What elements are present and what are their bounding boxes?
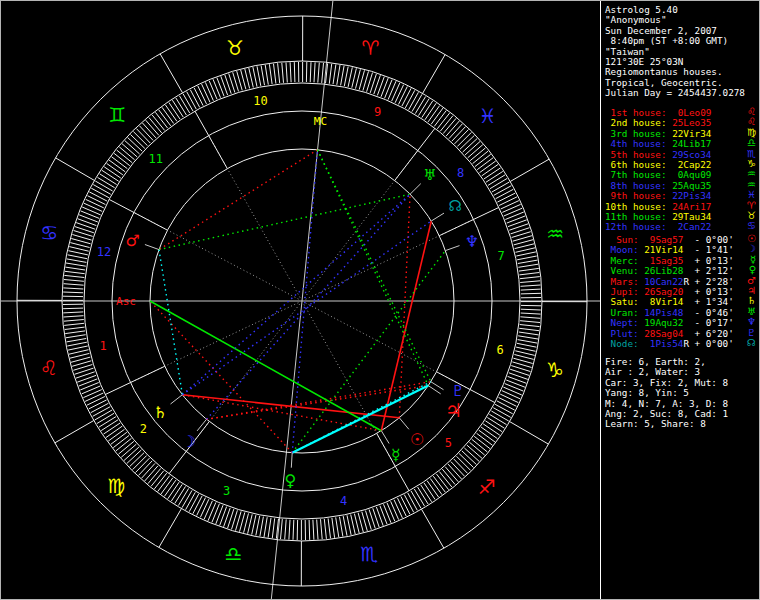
degree-tick	[344, 67, 348, 87]
degree-tick	[217, 78, 224, 97]
degree-tick	[66, 335, 86, 338]
mc-label: MC	[314, 115, 327, 128]
degree-tick	[67, 342, 87, 346]
header-text: "Taiwan"	[605, 46, 650, 57]
degree-tick	[194, 88, 203, 106]
house-cusp-value: 24Ari17	[667, 201, 712, 212]
house-label: 5th house:	[605, 149, 667, 160]
degree-tick	[97, 413, 114, 423]
degree-tick	[171, 484, 182, 501]
info-panel: Astrolog 5.40"Anonymous"Sun December 2, …	[601, 1, 760, 600]
degree-tick	[281, 519, 283, 539]
planet-glyph-mercury: ☿	[391, 446, 400, 464]
degree-tick	[253, 67, 257, 87]
degree-tick	[521, 293, 541, 294]
header-text: 8:40pm (ST +8:00 GMT)	[605, 35, 728, 46]
summary-text: Air : 2, Water: 3	[605, 366, 700, 377]
degree-tick	[79, 379, 98, 386]
degree-tick	[172, 100, 183, 117]
degree-tick	[380, 506, 387, 525]
degree-tick	[93, 407, 111, 417]
degree-tick	[264, 517, 267, 537]
degree-tick	[67, 259, 87, 263]
degree-tick	[79, 215, 98, 222]
planet-label: Sun:	[605, 234, 639, 245]
planet-row: Node: 1Pis54R + 0°00'☊	[605, 339, 760, 349]
sign-boundary-line	[160, 54, 182, 93]
degree-tick	[518, 260, 538, 263]
planet-list: Sun: 9Sag57 - 0°00'☉ Moon: 21Vir14 - 1°4…	[605, 235, 760, 349]
planet-position-value: 21Vir14	[639, 244, 684, 255]
planet-position-value: 8Vir14	[639, 296, 684, 307]
degree-tick	[88, 196, 106, 205]
degree-tick	[388, 81, 396, 99]
degree-tick	[63, 312, 83, 313]
degree-tick	[481, 427, 497, 439]
planet-position-value: 14Pis48	[639, 307, 684, 318]
degree-tick	[354, 514, 359, 534]
house-number-5: 5	[445, 436, 452, 450]
degree-tick	[63, 288, 83, 289]
degree-tick	[427, 481, 439, 497]
degree-tick	[189, 494, 199, 512]
degree-tick	[190, 90, 199, 108]
degree-tick	[216, 505, 223, 524]
planet-glyph-mars: ♂	[125, 231, 139, 250]
sign-boundary-line	[56, 158, 95, 181]
house-cusp-line	[105, 366, 165, 394]
degree-tick	[402, 88, 411, 106]
house-label: 12th house:	[605, 221, 667, 232]
degree-tick	[497, 401, 515, 410]
house-cusp-value: 2Can22	[667, 221, 712, 232]
planet-velocity: + 6°20'	[689, 328, 734, 339]
header-text: Regiomontanus houses.	[605, 66, 723, 77]
degree-tick	[65, 327, 85, 329]
summary-text: Fire: 6, Earth: 2,	[605, 356, 706, 367]
degree-tick	[290, 62, 291, 82]
degree-tick	[480, 161, 496, 173]
degree-tick	[158, 476, 170, 492]
degree-tick	[433, 476, 445, 492]
degree-tick	[496, 189, 514, 198]
degree-tick	[439, 472, 452, 488]
planet-velocity: + 0°00'	[689, 338, 734, 349]
house-list: 1st house: 0Leo09♌ 2nd house: 25Leo35♌ 3…	[605, 108, 760, 233]
degree-tick	[111, 432, 127, 444]
house-cusp-value: 22Pis34	[667, 190, 712, 201]
degree-tick	[95, 181, 112, 191]
degree-tick	[65, 271, 85, 273]
degree-tick	[161, 478, 173, 494]
planet-glyph-pluto: ♇	[451, 382, 464, 400]
planet-label: Plut:	[605, 328, 639, 339]
degree-tick	[519, 268, 539, 271]
degree-tick	[245, 69, 250, 89]
degree-tick	[343, 516, 347, 536]
degree-tick	[289, 520, 290, 540]
planet-icon: ♆	[747, 317, 756, 327]
degree-tick	[419, 99, 430, 116]
degree-tick	[519, 273, 539, 275]
asc-label: Asc	[116, 295, 136, 308]
degree-tick	[492, 182, 509, 192]
house-cusp-value: 0Leo09	[667, 107, 712, 118]
degree-tick	[64, 280, 84, 282]
degree-tick	[168, 482, 179, 499]
aspect-line-mc-pluto	[318, 150, 431, 382]
planet-velocity: + 2°12'	[689, 265, 734, 276]
planet-velocity: - 1°41'	[689, 244, 734, 255]
house-label: 7th house:	[605, 169, 667, 180]
zodiac-glyph-taurus: ♉	[226, 36, 244, 60]
summary-text: Car: 3, Fix: 2, Mut: 8	[605, 377, 728, 388]
house-number-4: 4	[340, 494, 347, 508]
zodiac-glyph-cancer: ♋	[40, 221, 58, 245]
degree-tick	[293, 520, 294, 540]
planet-label: Venu:	[605, 265, 639, 276]
degree-tick	[385, 80, 393, 99]
summary-text: Ang: 2, Suc: 8, Cad: 1	[605, 408, 728, 419]
degree-tick	[64, 275, 84, 277]
degree-tick	[99, 417, 116, 428]
degree-tick	[437, 113, 449, 129]
degree-tick	[91, 188, 109, 198]
planet-position-value: 1Sag35	[639, 255, 684, 266]
degree-tick	[109, 160, 125, 172]
